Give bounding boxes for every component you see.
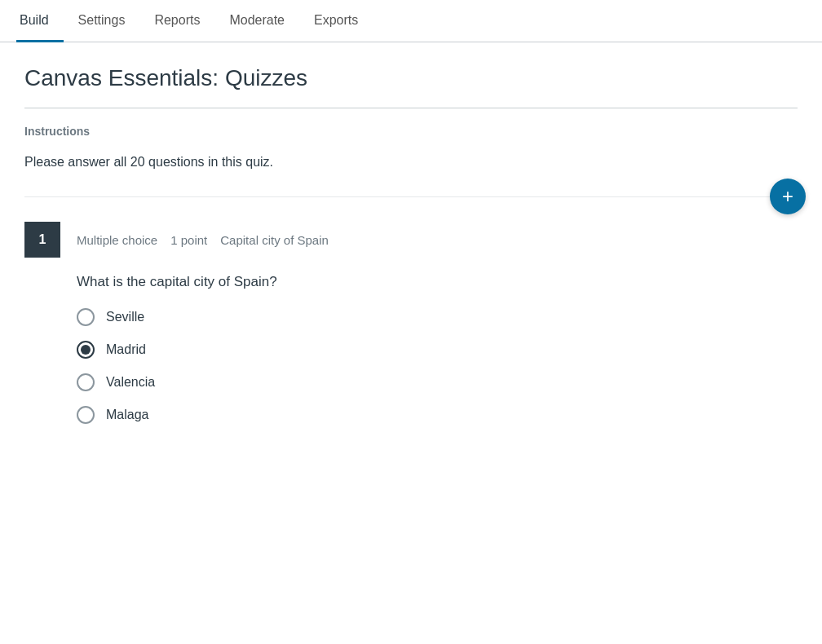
answer-option-madrid[interactable]: Madrid (77, 341, 789, 359)
answer-options: Seville Madrid Valencia Malaga (77, 308, 789, 424)
label-seville: Seville (106, 310, 144, 324)
label-valencia: Valencia (106, 375, 155, 390)
tab-settings[interactable]: Settings (64, 0, 140, 42)
tab-reports[interactable]: Reports (139, 0, 214, 42)
top-navigation: Build Settings Reports Moderate Exports (0, 0, 822, 42)
instructions-label: Instructions (24, 125, 798, 138)
tab-build[interactable]: Build (16, 0, 64, 42)
question-body: What is the capital city of Spain? Sevil… (24, 274, 798, 424)
tab-exports[interactable]: Exports (299, 0, 373, 42)
radio-seville[interactable] (77, 308, 95, 326)
question-title: Capital city of Spain (220, 233, 329, 247)
question-meta: Multiple choice 1 point Capital city of … (77, 233, 329, 247)
question-header: 1 Multiple choice 1 point Capital city o… (24, 222, 798, 258)
question-number: 1 (24, 222, 60, 258)
answer-option-valencia[interactable]: Valencia (77, 373, 789, 391)
instructions-text: Please answer all 20 questions in this q… (24, 152, 798, 172)
page-content: Canvas Essentials: Quizzes Instructions … (0, 42, 822, 424)
plus-icon: + (782, 187, 793, 206)
page-title: Canvas Essentials: Quizzes (24, 42, 798, 108)
radio-madrid[interactable] (77, 341, 95, 359)
tab-moderate[interactable]: Moderate (214, 0, 299, 42)
question-type: Multiple choice (77, 233, 157, 247)
add-question-button[interactable]: + (770, 179, 806, 214)
answer-option-seville[interactable]: Seville (77, 308, 789, 326)
radio-malaga[interactable] (77, 406, 95, 424)
label-madrid: Madrid (106, 342, 146, 357)
instructions-section: Instructions Please answer all 20 questi… (24, 108, 798, 197)
answer-option-malaga[interactable]: Malaga (77, 406, 789, 424)
radio-valencia[interactable] (77, 373, 95, 391)
question-section: 1 Multiple choice 1 point Capital city o… (24, 222, 798, 424)
question-text: What is the capital city of Spain? (77, 274, 789, 290)
label-malaga: Malaga (106, 408, 148, 422)
question-points: 1 point (170, 233, 207, 247)
